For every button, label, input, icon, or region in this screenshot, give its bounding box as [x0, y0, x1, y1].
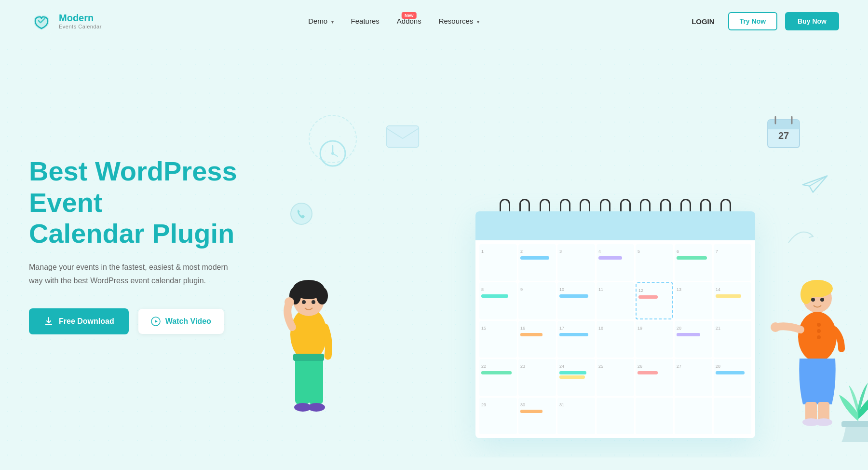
- cal-cell: 3: [557, 244, 595, 281]
- cal-cell: 30: [518, 398, 556, 434]
- cal-cell: [675, 398, 712, 434]
- download-icon: [43, 316, 54, 327]
- calendar-header: [475, 211, 755, 240]
- svg-point-36: [771, 322, 780, 332]
- free-download-button[interactable]: Free Download: [29, 308, 129, 334]
- cal-cell: 19: [636, 321, 673, 358]
- play-icon: [151, 317, 161, 326]
- svg-rect-22: [295, 356, 310, 404]
- svg-point-19: [302, 300, 306, 304]
- cal-cell: 9: [518, 282, 556, 319]
- hero-content: Best WordPress Event Calendar Plugin Man…: [29, 156, 280, 373]
- calendar-body: 1 2 3 4 5 6 7 8 9 10 11 12 13 14 15: [475, 211, 755, 438]
- cal-cell: 7: [714, 244, 751, 281]
- svg-text:27: 27: [778, 130, 789, 141]
- cal-cell: 16: [518, 321, 556, 358]
- hero-buttons: Free Download Watch Video: [29, 308, 280, 334]
- curved-arrow-icon: [786, 226, 815, 245]
- svg-point-29: [800, 285, 812, 304]
- cal-cell: 18: [597, 321, 634, 358]
- hero-title-line2: Calendar Plugin: [29, 218, 234, 249]
- nav-resources[interactable]: Resources ▾: [439, 17, 479, 26]
- svg-point-33: [817, 323, 821, 327]
- logo[interactable]: Modern Events Calendar: [29, 9, 102, 34]
- cal-cell-selected: 12: [636, 282, 673, 319]
- svg-point-26: [308, 403, 325, 412]
- cal-cell: 26: [636, 359, 673, 396]
- cal-cell: 24: [557, 359, 595, 396]
- cal-cell: 21: [714, 321, 751, 358]
- cal-cell: 2: [518, 244, 556, 281]
- cal-cell: 28: [714, 359, 751, 396]
- cal-cell: 8: [479, 282, 517, 319]
- free-download-label: Free Download: [59, 317, 114, 326]
- cal-cell: 14: [714, 282, 751, 319]
- chevron-down-icon-2: ▾: [477, 19, 479, 25]
- cal-cell: 31: [557, 398, 595, 434]
- cal-cell: 20: [675, 321, 712, 358]
- hero-section: Best WordPress Event Calendar Plugin Man…: [0, 42, 868, 457]
- nav-demo-link[interactable]: Demo: [308, 17, 327, 25]
- svg-rect-41: [841, 421, 868, 427]
- brand-subtitle: Events Calendar: [59, 24, 102, 30]
- dashed-circle-decoration: [309, 115, 357, 163]
- cal-cell: 17: [557, 321, 595, 358]
- brand-name: Modern: [59, 12, 102, 24]
- svg-point-31: [820, 298, 824, 302]
- hero-title-line1: Best WordPress Event: [29, 156, 237, 217]
- hero-title: Best WordPress Event Calendar Plugin: [29, 156, 280, 249]
- cal-cell: 15: [479, 321, 517, 358]
- svg-rect-24: [293, 354, 324, 361]
- calendar: 1 2 3 4 5 6 7 8 9 10 11 12 13 14 15: [475, 192, 755, 433]
- cal-cell: 1: [479, 244, 517, 281]
- cal-cell: 10: [557, 282, 595, 319]
- svg-rect-9: [768, 126, 800, 129]
- envelope-icon: [386, 124, 420, 149]
- cal-cell: 23: [518, 359, 556, 396]
- cal-cell: 4: [597, 244, 634, 281]
- cal-cell: 6: [675, 244, 712, 281]
- svg-point-20: [312, 300, 315, 304]
- login-button[interactable]: LOGIN: [686, 14, 720, 29]
- nav-actions: LOGIN Try Now Buy Now: [686, 12, 839, 30]
- svg-rect-23: [309, 356, 323, 404]
- logo-icon: [29, 9, 54, 34]
- svg-point-21: [285, 297, 294, 307]
- cal-cell: [597, 398, 634, 434]
- svg-point-34: [817, 329, 821, 333]
- cal-cell: [636, 398, 673, 434]
- nav-addons[interactable]: New Addons: [397, 17, 421, 26]
- cal-cell: 25: [597, 359, 634, 396]
- nav-resources-link[interactable]: Resources: [439, 17, 474, 25]
- svg-rect-6: [387, 126, 419, 148]
- cal-cell: 5: [636, 244, 673, 281]
- hero-description: Manage your events in the fastest, easie…: [29, 261, 241, 287]
- cal-cell: 13: [675, 282, 712, 319]
- calendar-grid: 1 2 3 4 5 6 7 8 9 10 11 12 13 14 15: [475, 240, 755, 438]
- hero-illustration: 27: [280, 76, 839, 453]
- cal-cell: 22: [479, 359, 517, 396]
- nav-features-link[interactable]: Features: [351, 17, 380, 25]
- navbar: Modern Events Calendar Demo ▾ Features N…: [0, 0, 868, 42]
- svg-point-18: [316, 287, 328, 304]
- mini-calendar-icon: 27: [767, 115, 800, 149]
- nav-links: Demo ▾ Features New Addons Resources ▾: [308, 17, 479, 26]
- buy-now-button[interactable]: Buy Now: [785, 12, 839, 30]
- watch-video-label: Watch Video: [165, 317, 211, 326]
- cal-cell: 29: [479, 398, 517, 434]
- try-now-button[interactable]: Try Now: [728, 12, 777, 30]
- cal-cell: 11: [597, 282, 634, 319]
- svg-point-35: [817, 335, 821, 339]
- cal-cell: [714, 398, 751, 434]
- nav-features[interactable]: Features: [351, 17, 380, 26]
- addons-badge: New: [402, 12, 417, 19]
- plant-decoration: [829, 371, 868, 443]
- watch-video-button[interactable]: Watch Video: [138, 309, 224, 334]
- nav-demo[interactable]: Demo ▾: [308, 17, 333, 26]
- chevron-down-icon: ▾: [331, 19, 334, 25]
- phone-icon: [289, 202, 313, 226]
- svg-point-13: [291, 203, 312, 224]
- paper-plane-icon: [800, 173, 829, 194]
- cal-cell: 27: [675, 359, 712, 396]
- svg-point-30: [811, 298, 815, 302]
